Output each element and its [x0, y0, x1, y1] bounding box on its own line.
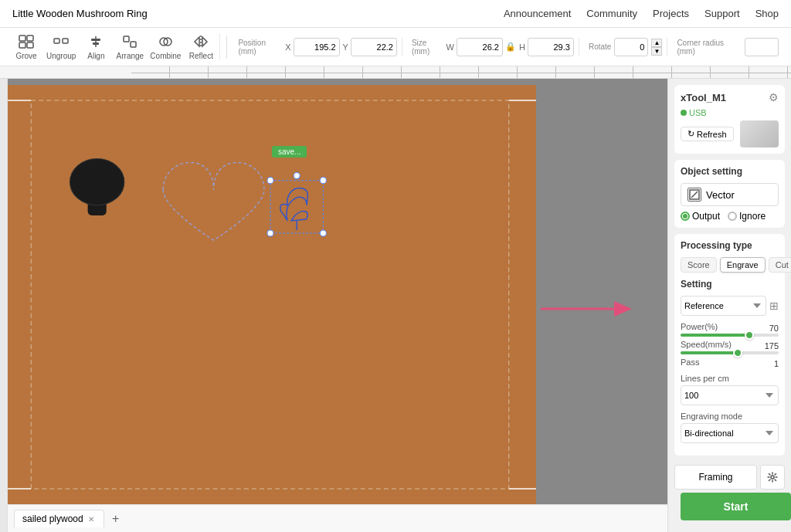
svg-point-27 [267, 230, 273, 236]
grove-icon [16, 33, 36, 50]
corner-radius-input[interactable] [745, 38, 779, 56]
vector-label: Vector [706, 189, 735, 201]
output-row: Output Ignore [681, 211, 779, 222]
lines-per-cm-row: Lines per cm 100 [681, 374, 779, 405]
rotate-input[interactable] [614, 38, 648, 56]
position-x-input[interactable] [294, 38, 340, 56]
right-panel: xTool_M1 ⚙ USB ↻ Refresh Object setting [667, 79, 791, 532]
rotate-down-button[interactable]: ▼ [651, 47, 662, 56]
reference-icon[interactable]: ⊞ [769, 300, 779, 312]
refresh-button[interactable]: ↻ Refresh [681, 127, 734, 141]
tab-sailed-plywood[interactable]: sailed plywood ✕ [14, 510, 104, 527]
processing-section: Processing type Score Engrave Cut Settin… [674, 234, 785, 456]
vector-option[interactable]: Vector [681, 183, 779, 206]
tab-add-button[interactable]: + [107, 510, 124, 527]
lines-per-cm-label: Lines per cm [681, 374, 779, 383]
svg-marker-32 [614, 301, 632, 317]
position-group: Position (mm) X Y [233, 38, 402, 56]
svg-rect-0 [19, 36, 25, 41]
speed-value: 175 [759, 341, 779, 351]
ungroup-icon [51, 33, 71, 50]
corner-radius-label: Corner radius (mm) [677, 39, 742, 56]
object-setting-title: Object setting [681, 166, 779, 177]
reflect-icon [191, 33, 211, 50]
output-radio-dot [681, 212, 690, 221]
ruler [0, 66, 791, 79]
pass-value: 1 [759, 359, 779, 368]
vector-icon [687, 188, 701, 202]
tab-label: sailed plywood [22, 513, 83, 524]
setting-title: Setting [681, 279, 779, 290]
size-h-label: H [519, 42, 525, 52]
size-h-input[interactable] [528, 38, 574, 56]
framing-button[interactable]: Framing [674, 465, 757, 490]
svg-marker-15 [202, 37, 207, 46]
nav-announcement[interactable]: Announcement [504, 8, 571, 19]
usb-connection: USB [681, 108, 779, 117]
ignore-radio[interactable]: Ignore [728, 211, 766, 222]
output-label: Output [692, 211, 720, 222]
main-area: save... [0, 79, 791, 532]
combine-icon [155, 33, 175, 50]
score-tab[interactable]: Score [681, 257, 717, 273]
ungroup-button[interactable]: Ungroup [46, 33, 76, 60]
connection-dot [681, 110, 687, 116]
size-w-input[interactable] [457, 38, 503, 56]
nav-community[interactable]: Community [586, 8, 637, 19]
svg-rect-7 [91, 39, 100, 41]
size-w-label: W [446, 42, 454, 52]
device-settings-icon[interactable]: ⚙ [769, 91, 779, 103]
rotate-group: Rotate ▲ ▼ [584, 38, 667, 56]
start-button[interactable]: Start [681, 493, 791, 520]
rotate-up-button[interactable]: ▲ [651, 39, 662, 47]
arrange-button[interactable]: Arrange [116, 33, 144, 60]
rotate-label: Rotate [589, 42, 611, 51]
reference-select[interactable]: Reference [681, 296, 766, 316]
app-title: Little Wooden Mushroom Ring [12, 8, 148, 19]
svg-rect-5 [63, 39, 68, 43]
grove-button[interactable]: Grove [12, 33, 40, 60]
pink-arrow [541, 297, 633, 323]
usb-label: USB [689, 108, 707, 117]
speed-label: Speed(mm/s) [681, 340, 732, 349]
position-y-input[interactable] [351, 38, 397, 56]
cut-tab[interactable]: Cut [769, 257, 791, 273]
object-setting-section: Object setting Vector Output Ignore [674, 160, 785, 228]
top-nav: Little Wooden Mushroom Ring Announcement… [0, 0, 791, 28]
nav-shop[interactable]: Shop [755, 8, 779, 19]
position-y-label: Y [343, 42, 348, 52]
svg-rect-4 [54, 39, 59, 43]
ignore-label: Ignore [739, 211, 766, 222]
engrave-tab[interactable]: Engrave [720, 257, 766, 273]
nav-projects[interactable]: Projects [653, 8, 689, 19]
tab-close-button[interactable]: ✕ [87, 514, 96, 524]
reflect-button[interactable]: Reflect [187, 33, 215, 60]
speed-slider[interactable] [681, 351, 779, 354]
svg-line-34 [691, 191, 698, 198]
refresh-label: Refresh [697, 130, 727, 139]
engrave-mode-row: Engraving mode Bi-directional [681, 412, 779, 443]
power-row: Power(%) 70 [681, 322, 779, 337]
ignore-radio-dot [728, 212, 737, 221]
nav-support[interactable]: Support [704, 8, 740, 19]
canvas-area[interactable]: sailed plywood ✕ + [8, 79, 667, 532]
framing-settings-icon[interactable] [760, 465, 785, 490]
lines-per-cm-select[interactable]: 100 [681, 385, 779, 405]
processing-tabs: Score Engrave Cut [681, 257, 779, 273]
svg-point-26 [320, 178, 326, 184]
ruler-marks [131, 66, 791, 79]
setting-reference-row: Setting Reference ⊞ [681, 279, 779, 316]
engrave-mode-select[interactable]: Bi-directional [681, 423, 779, 443]
position-header: Position (mm) [238, 39, 282, 56]
bottom-tab-bar: sailed plywood ✕ + [8, 504, 667, 532]
framing-label: Framing [698, 472, 732, 483]
output-radio[interactable]: Output [681, 211, 720, 222]
combine-button[interactable]: Combine [150, 33, 181, 60]
toolbar: Grove Ungroup Align Arrange Combine [0, 28, 791, 66]
power-label: Power(%) [681, 322, 718, 331]
align-button[interactable]: Align [82, 33, 110, 60]
action-section: Framing Start [674, 462, 785, 530]
power-slider[interactable] [681, 334, 779, 337]
svg-rect-22 [88, 181, 107, 215]
power-value: 70 [759, 324, 779, 333]
